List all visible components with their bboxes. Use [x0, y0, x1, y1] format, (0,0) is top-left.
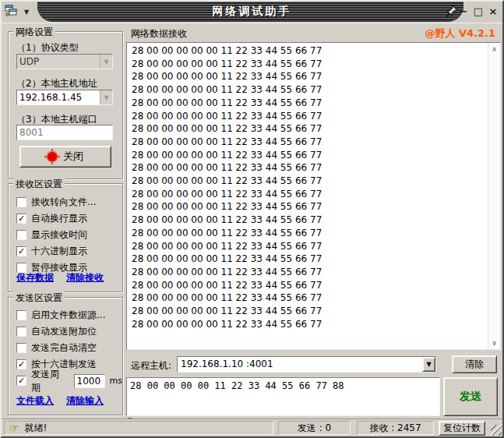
status-ready-text: 就绪!: [25, 422, 48, 435]
reset-count-button[interactable]: 复位计数: [439, 421, 485, 436]
local-host-select[interactable]: 192.168.1.45 ▼: [16, 90, 113, 105]
checkbox-label: 发送完自动清空: [31, 341, 97, 355]
checkbox[interactable]: [16, 197, 26, 207]
checkbox-label: 启用文件数据源...: [31, 309, 105, 322]
hex-data-line: 28 00 00 00 00 00 11 22 33 44 55 66 77: [132, 253, 487, 266]
hand-pointer-icon: ☞: [9, 422, 19, 433]
group-title: 发送区设置: [13, 291, 65, 305]
checkbox[interactable]: [16, 230, 26, 240]
protocol-label: （1）协议类型: [16, 41, 79, 55]
titlebar: 网络调试助手 ▼ − □ ×: [2, 2, 502, 23]
checkbox[interactable]: ✓: [16, 214, 26, 224]
hex-data-line: 28 00 00 00 00 00 11 22 33 44 55 66 77: [132, 227, 487, 240]
scroll-up-icon[interactable]: ∧: [488, 45, 500, 53]
hex-data-lines: 28 00 00 00 00 00 11 22 33 44 55 66 7728…: [127, 44, 487, 330]
hex-data-line: 28 00 00 00 00 00 11 22 33 44 55 66 77: [132, 136, 487, 149]
send-button[interactable]: 发送: [443, 377, 498, 416]
group-send-settings: 发送区设置 启用文件数据源...自动发送附加位发送完自动清空✓按十六进制发送✓发…: [8, 297, 123, 415]
send-count-panel: 发送 : 0: [278, 421, 351, 435]
receive-options-list: 接收转向文件...✓自动换行显示显示接收时间✓十六进制显示暂停接收显示: [9, 194, 122, 276]
checkbox-row: 发送完自动清空: [9, 340, 122, 356]
close-connection-label: 关闭: [63, 150, 83, 164]
hex-data-line: 28 00 00 00 00 00 11 22 33 44 55 66 77: [132, 318, 487, 331]
minimize-button[interactable]: −: [457, 5, 470, 17]
send-input-box: 28 00 00 00 00 11 22 33 44 55 66 77 88: [126, 377, 440, 416]
checkbox-row: 显示接收时间: [9, 227, 122, 243]
checkbox-label: 十六进制显示: [31, 245, 87, 258]
send-period-input[interactable]: [74, 374, 105, 388]
hex-data-line: 28 00 00 00 00 00 11 22 33 44 55 66 77: [132, 291, 487, 305]
checkbox-row: 自动发送附加位: [9, 323, 122, 340]
protocol-value: UDP: [17, 55, 100, 69]
receive-data-box[interactable]: 28 00 00 00 00 00 11 22 33 44 55 66 7728…: [126, 42, 501, 350]
chevron-down-icon[interactable]: ▼: [100, 55, 112, 69]
status-ready-panel: ☞ 就绪!: [4, 421, 273, 435]
receive-area-title: 网络数据接收: [131, 27, 187, 41]
remote-host-label: 远程主机:: [131, 359, 171, 373]
protocol-select[interactable]: UDP ▼: [16, 54, 113, 69]
hex-data-line: 28 00 00 00 00 00 11 22 33 44 55 66 77: [132, 110, 487, 123]
clear-input-link[interactable]: 清除输入: [66, 395, 104, 406]
vertical-scrollbar[interactable]: ∧ ∨: [488, 43, 500, 349]
app-menu-arrow-icon[interactable]: ▼: [24, 9, 29, 16]
checkbox[interactable]: [16, 327, 26, 337]
send-data-input[interactable]: 28 00 00 00 00 11 22 33 44 55 66 77 88: [127, 378, 439, 415]
close-connection-button[interactable]: 关闭: [19, 146, 111, 168]
receive-links: 保存数据清除接收: [16, 271, 116, 284]
close-window-button[interactable]: ×: [487, 5, 499, 17]
app-icon[interactable]: [5, 5, 18, 19]
checkbox-label: 自动换行显示: [31, 212, 87, 225]
scroll-down-icon[interactable]: ∨: [488, 339, 500, 347]
period-unit-label: ms: [110, 376, 122, 386]
checkbox-row: 启用文件数据源...: [9, 307, 122, 323]
hex-data-line: 28 00 00 00 00 00 11 22 33 44 55 66 77: [132, 83, 487, 97]
window-title: 网络调试助手: [2, 5, 502, 19]
hex-data-line: 28 00 00 00 00 00 11 22 33 44 55 66 77: [132, 44, 487, 58]
hex-data-line: 28 00 00 00 00 00 11 22 33 44 55 66 77: [132, 97, 487, 110]
hex-data-line: 28 00 00 00 00 00 11 22 33 44 55 66 77: [132, 188, 487, 201]
hex-data-line: 28 00 00 00 00 00 11 22 33 44 55 66 77: [132, 122, 487, 136]
clear-receive-link[interactable]: 清除接收: [66, 272, 104, 283]
local-port-input[interactable]: [16, 125, 113, 140]
host-value: 192.168.1.45: [17, 90, 100, 104]
hex-data-line: 28 00 00 00 00 00 11 22 33 44 55 66 77: [132, 266, 487, 279]
version-label: @野人 V4.2.1: [425, 26, 495, 41]
checkbox-row: ✓自动换行显示: [9, 210, 122, 227]
hex-data-line: 28 00 00 00 00 00 11 22 33 44 55 66 77: [132, 214, 487, 227]
checkbox[interactable]: ✓: [16, 246, 26, 256]
checkbox[interactable]: ✓: [16, 359, 26, 369]
pin-icon[interactable]: [445, 4, 459, 21]
checkbox-label: 自动发送附加位: [31, 325, 97, 338]
load-file-link[interactable]: 文件载入: [16, 395, 54, 406]
group-title: 网络设置: [13, 26, 55, 39]
checkbox[interactable]: ✓: [16, 376, 26, 386]
send-links: 文件载入清除输入: [16, 394, 116, 408]
hex-data-line: 28 00 00 00 00 00 11 22 33 44 55 66 77: [132, 149, 487, 162]
send-options-list: 启用文件数据源...自动发送附加位发送完自动清空✓按十六进制发送✓发送周期ms: [9, 307, 122, 389]
checkbox-label: 显示接收时间: [31, 228, 87, 242]
group-network-settings: 网络设置 （1）协议类型 UDP ▼ （2）本地主机地址 192.168.1.4…: [8, 31, 123, 179]
remote-host-value: 192.168.1.10 :4001: [178, 357, 422, 372]
checkbox[interactable]: [16, 310, 26, 320]
save-data-link[interactable]: 保存数据: [16, 272, 54, 283]
checkbox-row: 接收转向文件...: [9, 194, 122, 210]
hex-data-line: 28 00 00 00 00 00 11 22 33 44 55 66 77: [132, 175, 487, 188]
group-title: 接收区设置: [13, 178, 65, 191]
resize-grip[interactable]: [491, 425, 502, 436]
hex-data-line: 28 00 00 00 00 00 11 22 33 44 55 66 77: [132, 200, 487, 214]
app-window: 网络调试助手 ▼ − □ × 网络设置: [0, 0, 504, 438]
hex-data-line: 28 00 00 00 00 00 11 22 33 44 55 66 77: [132, 58, 487, 71]
hex-data-line: 28 00 00 00 00 00 11 22 33 44 55 66 77: [132, 70, 487, 83]
maximize-button[interactable]: □: [472, 5, 485, 17]
remote-host-select[interactable]: 192.168.1.10 :4001 ▼: [177, 356, 436, 373]
checkbox-label: 接收转向文件...: [31, 196, 96, 209]
hex-data-line: 28 00 00 00 00 00 11 22 33 44 55 66 77: [132, 305, 487, 318]
group-receive-settings: 接收区设置 接收转向文件...✓自动换行显示显示接收时间✓十六进制显示暂停接收显…: [8, 183, 123, 292]
clear-button[interactable]: 清除: [452, 355, 497, 373]
chevron-down-icon[interactable]: ▼: [100, 90, 112, 104]
hex-data-line: 28 00 00 00 00 00 11 22 33 44 55 66 77: [132, 279, 487, 292]
receive-count-panel: 接收 : 2457: [357, 421, 434, 435]
chevron-down-icon[interactable]: ▼: [422, 357, 435, 372]
checkbox[interactable]: [16, 343, 26, 353]
connection-led-icon: [48, 152, 57, 161]
